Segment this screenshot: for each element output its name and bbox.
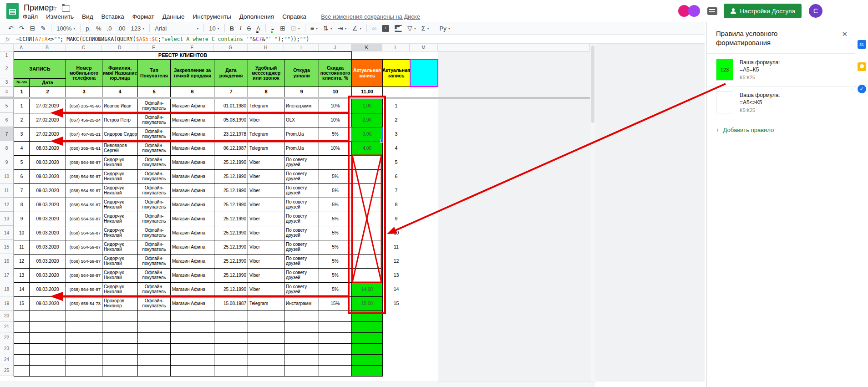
numbering-cell-7[interactable]: 7 <box>214 87 248 97</box>
vertical-align-button[interactable]: ⇅▾ <box>320 23 335 33</box>
cell-I22[interactable] <box>284 332 319 344</box>
column-header-F[interactable]: F <box>170 44 214 51</box>
cell-D8[interactable]: Пивоваров Сергей <box>102 141 138 156</box>
cell-J9[interactable] <box>319 155 352 170</box>
cell-E13[interactable]: Офлайн-покупатель <box>137 212 171 226</box>
cell-B25[interactable] <box>29 365 66 377</box>
cell-F10[interactable]: Магазин Афина <box>170 169 214 184</box>
cell-J23[interactable] <box>319 343 352 355</box>
document-title[interactable]: Пример <box>24 3 53 13</box>
cell-C5[interactable]: (050) 235-45-66 <box>66 99 102 113</box>
row-header-7[interactable]: 7 <box>0 127 14 141</box>
cell-H12[interactable]: Viber <box>248 198 284 212</box>
menu-item-8[interactable]: Дополнения <box>239 13 274 20</box>
numbering-cell-3[interactable]: 3 <box>66 87 102 97</box>
cell-G12[interactable]: 25.12.1990 <box>214 198 248 212</box>
sheets-logo-icon[interactable] <box>6 3 19 19</box>
cell-C21[interactable] <box>66 321 102 333</box>
column-header-L[interactable]: L <box>382 44 410 51</box>
cell-A8[interactable]: 4 <box>14 141 30 156</box>
cell-F19[interactable]: Магазин Афина <box>170 296 214 311</box>
cell-F15[interactable]: Магазин Афина <box>170 240 214 255</box>
cell-L17[interactable]: 13 <box>382 268 410 283</box>
cell-C25[interactable] <box>66 365 102 377</box>
cell-K5[interactable]: 1,00 <box>351 99 383 113</box>
cell-C13[interactable]: (068) 564-59-87 <box>66 212 102 226</box>
cell-K14[interactable] <box>351 226 383 240</box>
row-header-13[interactable]: 13 <box>0 212 14 226</box>
share-button[interactable]: Настройки Доступа <box>724 4 802 18</box>
cell-C6[interactable]: (067) 456-25-24 <box>66 113 102 127</box>
cell-D9[interactable]: Сидорчук Николай <box>102 155 138 170</box>
row-header-25[interactable]: 25 <box>0 365 14 376</box>
cell-I15[interactable]: По совету друзей <box>284 240 319 255</box>
cell-I6[interactable]: OLX <box>284 113 319 127</box>
cell-K23[interactable] <box>351 343 383 355</box>
cell-J24[interactable] <box>319 354 352 366</box>
cell-C7[interactable]: (067) 467-85-21 <box>66 127 102 142</box>
account-avatar[interactable]: C <box>809 4 822 18</box>
cell-B12[interactable]: 09.03.2020 <box>29 198 66 212</box>
cell-C23[interactable] <box>66 343 102 355</box>
cell-A15[interactable]: 11 <box>14 240 30 255</box>
cell-B10[interactable]: 09.03.2020 <box>29 169 66 184</box>
cell-J16[interactable]: 5% <box>319 254 352 269</box>
cell-G6[interactable]: 05.08.1990 <box>214 113 248 127</box>
cell-I13[interactable]: По совету друзей <box>284 212 319 226</box>
column-header-B[interactable]: B <box>29 44 66 51</box>
cell-K17[interactable] <box>351 268 383 283</box>
cell-L5[interactable]: 1 <box>382 99 410 113</box>
paint-format-button[interactable]: ✎ <box>38 23 49 33</box>
cell-K21[interactable] <box>351 321 383 333</box>
cell-B13[interactable]: 09.03.2020 <box>29 212 66 226</box>
calendar-icon[interactable]: 31 <box>858 40 866 49</box>
header-messenger[interactable]: Удобный мессенджер или звонок <box>248 59 284 87</box>
cell-E18[interactable]: Офлайн-покупатель <box>137 282 171 297</box>
cell-B16[interactable]: 09.03.2020 <box>29 254 66 269</box>
cell-I19[interactable]: Инстаграмм <box>284 296 319 311</box>
cell-A22[interactable] <box>14 332 30 344</box>
column-header-M[interactable]: M <box>410 44 438 51</box>
header-data[interactable]: Дата <box>29 78 66 87</box>
cell-B22[interactable] <box>29 332 66 344</box>
cell-G23[interactable] <box>214 343 248 355</box>
cell-F14[interactable]: Магазин Афина <box>170 226 214 240</box>
cell-F11[interactable]: Магазин Афина <box>170 183 214 198</box>
font-size-button[interactable]: 10▾ <box>206 23 222 33</box>
cell-H7[interactable]: Telegram <box>248 127 284 142</box>
cell-J15[interactable]: 5% <box>319 240 352 255</box>
row-header-14[interactable]: 14 <box>0 226 14 240</box>
cell-I8[interactable]: Prom.Ua <box>284 141 319 156</box>
menu-item-6[interactable]: Данные <box>162 13 185 20</box>
cell-I11[interactable]: По совету друзей <box>284 183 319 198</box>
menu-item-2[interactable]: Изменить <box>46 13 74 20</box>
cell-J12[interactable]: 5% <box>319 198 352 212</box>
row-header-12[interactable]: 12 <box>0 198 14 212</box>
cell-C16[interactable]: (068) 564-59-87 <box>66 254 102 269</box>
font-family-button[interactable]: Arial▾ <box>152 23 201 33</box>
cell-G25[interactable] <box>214 365 248 377</box>
cell-H9[interactable]: Viber <box>248 155 284 170</box>
cell-K20[interactable] <box>351 311 383 322</box>
cell-K9[interactable] <box>351 155 383 170</box>
cell-A20[interactable] <box>14 311 30 322</box>
cell-A12[interactable]: 8 <box>14 198 30 212</box>
borders-button[interactable]: ⊞ <box>277 23 288 33</box>
cell-E15[interactable]: Офлайн-покупатель <box>137 240 171 255</box>
cell-F23[interactable] <box>170 343 214 355</box>
cell-K25[interactable] <box>351 365 383 377</box>
row-header-22[interactable]: 22 <box>0 332 14 343</box>
cell-K15[interactable] <box>351 240 383 255</box>
cell-C8[interactable]: (050) 265-45-61 <box>66 141 102 156</box>
cell-F7[interactable]: Магазин Афина <box>170 127 214 142</box>
decrease-decimal-button[interactable]: .0 <box>104 23 115 33</box>
menu-item-4[interactable]: Вставка <box>102 13 124 20</box>
zoom-button[interactable]: 100%▾ <box>54 23 78 33</box>
header-cyan-m[interactable] <box>410 59 438 87</box>
star-icon[interactable]: ☆ <box>51 4 57 12</box>
column-header-C[interactable]: C <box>66 44 102 51</box>
column-header-E[interactable]: E <box>137 44 170 51</box>
cell-E9[interactable]: Офлайн-покупатель <box>137 155 171 170</box>
cell-C12[interactable]: (068) 564-59-87 <box>66 198 102 212</box>
cell-D18[interactable]: Сидорчук Николай <box>102 282 138 297</box>
